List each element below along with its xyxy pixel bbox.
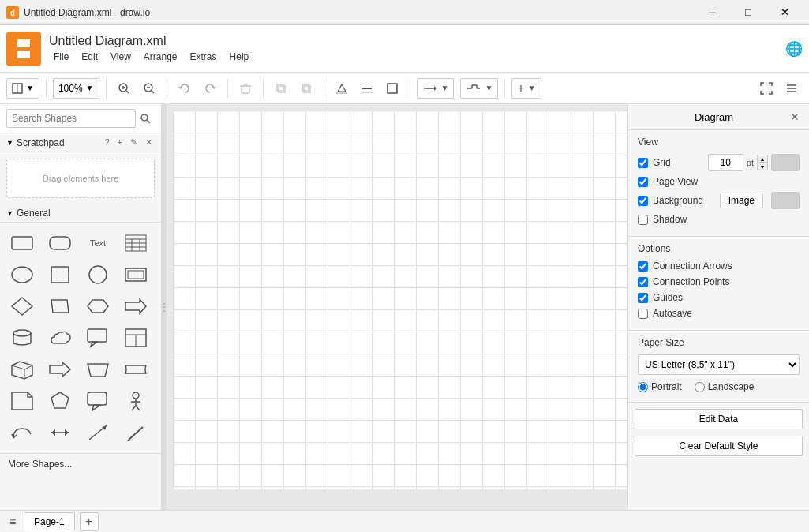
portrait-label[interactable]: Portrait xyxy=(651,381,682,392)
shape-wave[interactable] xyxy=(120,355,152,384)
to-back-button[interactable] xyxy=(295,77,317,99)
menu-extras[interactable]: Extras xyxy=(185,50,222,64)
grid-up-button[interactable]: ▲ xyxy=(757,155,768,163)
shape-pencil[interactable] xyxy=(120,418,152,447)
background-color-swatch[interactable] xyxy=(771,192,800,209)
portrait-option[interactable]: Portrait xyxy=(638,381,682,392)
grid-down-button[interactable]: ▼ xyxy=(757,163,768,170)
shadow-label[interactable]: Shadow xyxy=(653,214,800,225)
clear-default-style-button[interactable]: Clear Default Style xyxy=(635,436,803,456)
grid-label[interactable]: Grid xyxy=(653,157,703,168)
format-button[interactable] xyxy=(781,77,803,99)
grid-color-swatch[interactable] xyxy=(771,154,800,171)
shape-button[interactable] xyxy=(381,77,403,99)
shape-cylinder[interactable] xyxy=(6,324,38,352)
view-toggle-button[interactable]: ▼ xyxy=(6,78,39,99)
page-view-checkbox[interactable] xyxy=(638,177,648,187)
scratchpad-add[interactable]: + xyxy=(115,137,125,148)
shape-circle[interactable] xyxy=(82,260,114,289)
shape-trapezoid[interactable] xyxy=(82,355,114,384)
shape-note[interactable] xyxy=(6,387,38,415)
background-label[interactable]: Background xyxy=(653,195,715,206)
maximize-button[interactable]: □ xyxy=(730,0,766,25)
menu-file[interactable]: File xyxy=(49,50,73,64)
shape-diamond[interactable] xyxy=(6,292,38,320)
menu-view[interactable]: View xyxy=(106,50,136,64)
shape-arrow-bend[interactable] xyxy=(44,355,76,384)
zoom-out-button[interactable] xyxy=(138,77,160,99)
guides-label[interactable]: Guides xyxy=(653,292,800,303)
canvas-area[interactable] xyxy=(167,104,627,510)
page-view-label[interactable]: Page View xyxy=(653,176,800,187)
shape-ellipse[interactable] xyxy=(6,260,38,289)
shape-cloud[interactable] xyxy=(44,324,76,352)
close-button[interactable]: ✕ xyxy=(766,0,803,25)
shape-square[interactable] xyxy=(44,260,76,289)
fullscreen-button[interactable] xyxy=(755,77,777,99)
menu-help[interactable]: Help xyxy=(225,50,254,64)
autosave-checkbox[interactable] xyxy=(638,309,648,319)
shape-cube[interactable] xyxy=(6,355,38,384)
zoom-dropdown[interactable]: 100% ▼ xyxy=(53,78,99,99)
more-shapes-button[interactable]: More Shapes... xyxy=(0,453,161,474)
scratchpad-edit[interactable]: ✎ xyxy=(128,137,140,148)
grid-checkbox[interactable] xyxy=(638,158,648,168)
shape-arrow-right[interactable] xyxy=(120,292,152,320)
minimize-button[interactable]: ─ xyxy=(694,0,730,25)
menu-edit[interactable]: Edit xyxy=(77,50,103,64)
insert-button[interactable]: + ▼ xyxy=(511,78,541,99)
shape-table2[interactable] xyxy=(120,324,152,352)
waypoint-style-button[interactable]: ▼ xyxy=(460,78,498,99)
scratchpad-close[interactable]: ✕ xyxy=(143,137,155,148)
scratchpad-help[interactable]: ? xyxy=(102,137,111,148)
menu-arrange[interactable]: Arrange xyxy=(139,50,182,64)
shape-person[interactable] xyxy=(120,387,152,415)
fill-color-button[interactable] xyxy=(331,77,353,99)
undo-button[interactable] xyxy=(174,77,196,99)
shape-rect-rounded[interactable] xyxy=(6,229,38,257)
shape-callout[interactable] xyxy=(82,324,114,352)
connection-points-label[interactable]: Connection Points xyxy=(653,276,800,287)
landscape-radio[interactable] xyxy=(695,382,705,392)
shape-table[interactable] xyxy=(120,229,152,257)
edit-data-button[interactable]: Edit Data xyxy=(635,409,803,429)
shape-undo-arrow[interactable] xyxy=(6,418,38,447)
grid-value-input[interactable] xyxy=(708,154,743,171)
right-panel-close[interactable]: ✕ xyxy=(790,111,800,123)
shape-diagonal-arrow[interactable] xyxy=(82,418,114,447)
add-page-button[interactable]: + xyxy=(80,512,99,531)
general-section-header[interactable]: ▼ General xyxy=(0,204,161,223)
shape-pentagon[interactable] xyxy=(44,387,76,415)
page-tab-1[interactable]: Page-1 xyxy=(24,512,75,531)
globe-icon[interactable]: 🌐 xyxy=(785,40,803,58)
to-front-button[interactable] xyxy=(270,77,292,99)
shape-text[interactable]: Text xyxy=(82,229,114,257)
shape-parallelogram[interactable] xyxy=(44,292,76,320)
canvas[interactable] xyxy=(173,111,627,489)
shape-rect[interactable] xyxy=(44,229,76,257)
page-menu-button[interactable]: ≡ xyxy=(3,512,22,531)
shape-speech-bubble[interactable] xyxy=(82,387,114,415)
landscape-option[interactable]: Landscape xyxy=(695,381,755,392)
portrait-radio[interactable] xyxy=(638,382,648,392)
shape-hexagon[interactable] xyxy=(82,292,114,320)
guides-checkbox[interactable] xyxy=(638,293,648,303)
connection-arrows-label[interactable]: Connection Arrows xyxy=(653,260,800,272)
background-image-button[interactable]: Image xyxy=(720,193,763,208)
line-color-button[interactable] xyxy=(356,77,378,99)
paper-size-select[interactable]: US-Letter (8,5" x 11") A4 (210 x 297 mm)… xyxy=(638,354,800,375)
delete-button[interactable] xyxy=(234,77,257,99)
scratchpad-header[interactable]: ▼ Scratchpad ? + ✎ ✕ xyxy=(0,133,161,152)
connection-points-checkbox[interactable] xyxy=(638,277,648,287)
shadow-checkbox[interactable] xyxy=(638,215,648,225)
shape-rect-double[interactable] xyxy=(120,260,152,289)
search-icon[interactable] xyxy=(136,109,155,128)
redo-button[interactable] xyxy=(199,77,221,99)
background-checkbox[interactable] xyxy=(638,196,648,206)
search-input[interactable] xyxy=(6,109,136,128)
zoom-in-button[interactable] xyxy=(113,77,135,99)
connection-style-button[interactable]: ▼ xyxy=(417,78,455,99)
landscape-label[interactable]: Landscape xyxy=(708,381,755,392)
autosave-label[interactable]: Autosave xyxy=(653,308,800,319)
shape-double-arrow[interactable] xyxy=(44,418,76,447)
